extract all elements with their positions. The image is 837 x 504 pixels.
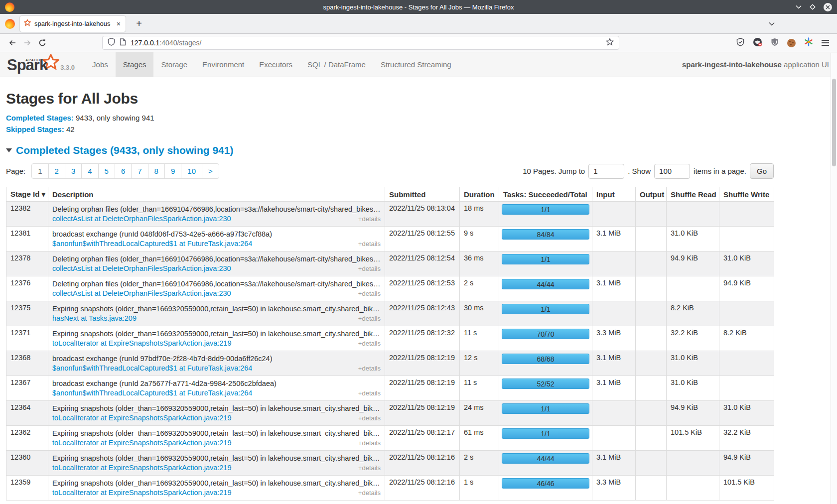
stage-callsite-link[interactable]: collectAsList at DeleteOrphanFilesSparkA… [52, 264, 231, 273]
skipped-stages-link[interactable]: Skipped Stages: [6, 125, 64, 133]
details-toggle[interactable]: +details [358, 239, 381, 249]
menu-icon[interactable] [822, 38, 829, 47]
stage-callsite-link[interactable]: $anonfun$withThreadLocalCaptured$1 at Fu… [52, 239, 252, 249]
output-cell [636, 476, 667, 501]
column-header[interactable]: Tasks: Succeeded/Total [499, 187, 592, 202]
section-title: Completed Stages (9433, only showing 941… [16, 144, 233, 156]
spark-logo[interactable]: APACHE Spark 3.3.0 [6, 52, 77, 77]
submitted-cell: 2022/11/25 08:12:55 [385, 227, 460, 252]
submitted-cell: 2022/11/25 08:12:19 [385, 376, 460, 401]
submitted-cell: 2022/11/25 08:12:32 [385, 326, 460, 351]
shuffle-write-cell: 31.0 KiB [719, 401, 774, 426]
stage-callsite-link[interactable]: toLocalIterator at ExpireSnapshotsSparkA… [52, 438, 232, 448]
stage-callsite-link[interactable]: toLocalIterator at ExpireSnapshotsSparkA… [52, 463, 232, 473]
details-toggle[interactable]: +details [358, 463, 381, 473]
stage-callsite-link[interactable]: toLocalIterator at ExpireSnapshotsSparkA… [52, 413, 232, 423]
back-button[interactable] [5, 36, 20, 50]
page-button[interactable]: 10 [181, 163, 202, 179]
completed-stages-section-toggle[interactable]: Completed Stages (9433, only showing 941… [6, 144, 831, 156]
details-toggle[interactable]: +details [358, 289, 381, 298]
jump-to-page-input[interactable] [588, 164, 624, 179]
page-button[interactable]: 1 [31, 163, 48, 179]
column-header[interactable]: Stage Id ▾ [6, 187, 48, 202]
column-header[interactable]: Submitted [385, 187, 460, 202]
tasks-progress-bar: 44/44 [502, 279, 589, 289]
stage-callsite-link[interactable]: toLocalIterator at ExpireSnapshotsSparkA… [52, 488, 232, 498]
details-toggle[interactable]: +details [358, 364, 381, 373]
details-toggle[interactable]: +details [358, 264, 381, 273]
firefox-view-icon[interactable] [5, 19, 15, 29]
tasks-progress-bar: 1/1 [502, 403, 589, 414]
details-toggle[interactable]: +details [358, 339, 381, 348]
table-header-row: Stage Id ▾ Description Submitted Duratio… [6, 187, 774, 202]
stage-description: Expiring snapshots (older_than=166932055… [52, 478, 381, 488]
go-button[interactable]: Go [750, 163, 774, 179]
page-button[interactable]: > [202, 163, 219, 179]
shield-icon[interactable] [108, 38, 115, 48]
nav-item-environment[interactable]: Environment [195, 52, 252, 77]
window-minimize-button[interactable] [796, 5, 802, 9]
column-header[interactable]: Input [592, 187, 636, 202]
items-per-page-input[interactable] [654, 164, 690, 179]
details-toggle[interactable]: +details [358, 214, 381, 224]
nav-item-structured-streaming[interactable]: Structured Streaming [373, 52, 459, 77]
column-header[interactable]: Output [636, 187, 667, 202]
nav-item-executors[interactable]: Executors [252, 52, 300, 77]
stage-callsite-link[interactable]: toLocalIterator at ExpireSnapshotsSparkA… [52, 339, 232, 348]
stage-callsite-link[interactable]: collectAsList at DeleteOrphanFilesSparkA… [52, 289, 231, 298]
output-cell [636, 426, 667, 451]
scrollbar-thumb[interactable] [832, 79, 836, 166]
page-button[interactable]: 2 [48, 163, 65, 179]
stage-callsite-link[interactable]: $anonfun$withThreadLocalCaptured$1 at Fu… [52, 388, 252, 398]
page-button[interactable]: 3 [65, 163, 82, 179]
column-header[interactable]: Description [48, 187, 385, 202]
extension-mask-icon[interactable] [753, 37, 762, 49]
output-cell [636, 276, 667, 301]
nav-item-sql-dataframe[interactable]: SQL / DataFrame [300, 52, 373, 77]
stage-callsite-link[interactable]: $anonfun$withThreadLocalCaptured$1 at Fu… [52, 364, 252, 373]
tasks-cell: 70/70 [499, 326, 592, 351]
stage-callsite-link[interactable]: collectAsList at DeleteOrphanFilesSparkA… [52, 214, 231, 224]
page-button[interactable]: 8 [148, 163, 165, 179]
bookmark-star-icon[interactable] [606, 38, 614, 48]
window-title: spark-ingest-into-lakehouse - Stages for… [0, 3, 837, 11]
forward-button[interactable] [20, 36, 35, 50]
window-maximize-button[interactable] [809, 3, 816, 10]
completed-stages-link[interactable]: Completed Stages: [6, 114, 74, 122]
column-header[interactable]: Duration [460, 187, 499, 202]
url-bar[interactable]: 127.0.0.1:4040/stages/ [102, 36, 619, 50]
tab-close-icon[interactable]: × [116, 20, 122, 28]
extension-asterisk-icon[interactable] [804, 37, 813, 48]
page-button[interactable]: 6 [115, 163, 132, 179]
details-toggle[interactable]: +details [358, 438, 381, 448]
list-all-tabs-button[interactable] [769, 19, 775, 28]
browser-tab[interactable]: spark-ingest-into-lakehous × [20, 16, 126, 32]
vertical-scrollbar[interactable] [831, 53, 837, 504]
page-info-icon[interactable] [120, 38, 126, 48]
column-header[interactable]: Shuffle Read [667, 187, 719, 202]
cookie-icon[interactable] [787, 39, 796, 47]
shuffle-read-cell [667, 276, 719, 301]
nav-item-jobs[interactable]: Jobs [85, 52, 116, 77]
details-toggle[interactable]: +details [358, 488, 381, 498]
reload-button[interactable] [35, 36, 50, 50]
shuffle-write-cell [719, 202, 774, 227]
new-tab-button[interactable]: + [132, 18, 146, 29]
details-toggle[interactable]: +details [358, 413, 381, 423]
collapse-arrow-icon [6, 148, 12, 152]
page-button[interactable]: 7 [131, 163, 148, 179]
extension-shield-check-icon[interactable] [736, 38, 744, 48]
page-button[interactable]: 4 [81, 163, 98, 179]
window-close-button[interactable] [824, 3, 832, 11]
ublock-shield-icon[interactable] [771, 38, 779, 48]
page-button[interactable]: 9 [164, 163, 181, 179]
details-toggle[interactable]: +details [358, 388, 381, 398]
nav-item-storage[interactable]: Storage [153, 52, 195, 77]
stage-id-cell: 12375 [6, 301, 48, 326]
details-toggle[interactable]: +details [358, 314, 381, 323]
page-button[interactable]: 5 [98, 163, 115, 179]
url-text[interactable]: 127.0.0.1:4040/stages/ [131, 39, 601, 47]
nav-item-stages[interactable]: Stages [116, 52, 154, 77]
stage-callsite-link[interactable]: hasNext at Tasks.java:209 [52, 314, 137, 323]
column-header[interactable]: Shuffle Write [719, 187, 774, 202]
